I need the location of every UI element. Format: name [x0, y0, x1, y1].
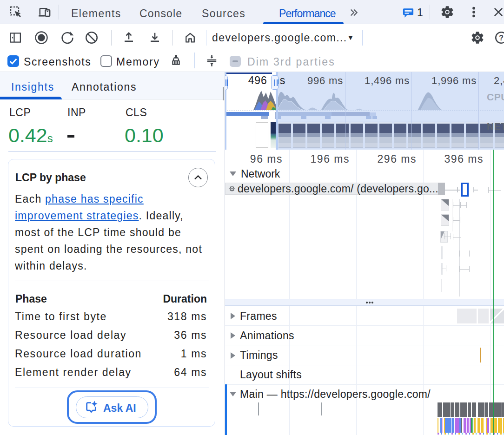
- svg-text:?: ?: [499, 34, 504, 42]
